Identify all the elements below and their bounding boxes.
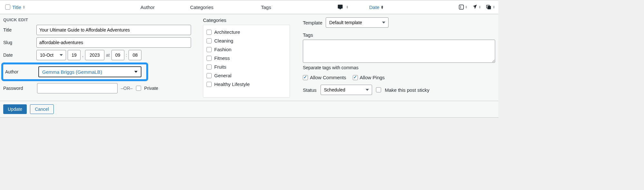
category-name: Fashion (214, 47, 231, 52)
sticky-checkbox[interactable] (376, 87, 381, 92)
password-input[interactable] (37, 83, 118, 93)
allow-comments[interactable]: Allow Comments (303, 75, 346, 80)
allow-comments-label: Allow Comments (310, 75, 346, 80)
category-item[interactable]: Fashion (207, 45, 286, 54)
links-icon[interactable]: ▲▼ (485, 4, 495, 10)
category-checkbox[interactable] (207, 56, 212, 61)
sort-icon: ▲▼ (23, 5, 25, 9)
category-checkbox[interactable] (207, 64, 212, 70)
status-label: Status (303, 87, 317, 93)
quick-edit-legend: QUICK EDIT (3, 17, 197, 22)
status-select[interactable]: Scheduled (321, 85, 372, 95)
day-input[interactable] (68, 50, 81, 60)
column-date[interactable]: Date (369, 5, 380, 10)
categories-label: Categories (203, 17, 296, 23)
password-label: Password (3, 86, 34, 91)
slug-input[interactable] (36, 37, 191, 48)
date-label: Date (3, 52, 34, 58)
category-checkbox[interactable] (207, 82, 212, 87)
year-input[interactable] (85, 50, 104, 60)
category-name: Cleaning (214, 38, 233, 43)
table-header: Title ▲▼ Author Categories Tags ▲▼ Date … (0, 0, 498, 14)
tags-label: Tags (303, 32, 495, 38)
slug-label: Slug (3, 40, 34, 45)
category-item[interactable]: Healthy Lifestyle (207, 80, 286, 89)
template-select[interactable]: Default template (326, 17, 389, 28)
category-checkbox[interactable] (207, 73, 212, 78)
category-name: Architecture (214, 29, 240, 35)
categories-box[interactable]: Architecture Cleaning Fashion Fitness Fr… (203, 25, 290, 98)
category-item[interactable]: Architecture (207, 28, 286, 36)
category-item[interactable]: Cleaning (207, 36, 286, 45)
svg-point-2 (460, 7, 461, 7)
author-highlight: Author Gemma Briggs (GemmaLB) (1, 62, 148, 81)
category-name: Healthy Lifestyle (214, 81, 250, 87)
svg-point-3 (460, 8, 461, 8)
readability-icon[interactable]: ▲▼ (472, 4, 481, 10)
svg-point-1 (460, 6, 461, 6)
update-button[interactable]: Update (3, 104, 27, 114)
sort-icon: ▲▼ (346, 5, 349, 9)
author-label: Author (5, 69, 36, 74)
category-item[interactable]: General (207, 71, 286, 80)
title-input[interactable] (36, 25, 191, 35)
private-label: Private (144, 86, 159, 91)
seo-icon[interactable]: ▲▼ (458, 4, 467, 10)
at-label: at (106, 52, 110, 58)
colon-sep: : (126, 52, 127, 58)
comma-sep: , (82, 52, 83, 58)
allow-pings[interactable]: Allow Pings (353, 75, 385, 80)
category-name: Fitness (214, 55, 230, 61)
quick-edit-panel: QUICK EDIT Title Slug Date 10-Oct (0, 14, 498, 101)
actions-row: Update Cancel (0, 101, 498, 118)
column-categories[interactable]: Categories (190, 5, 261, 10)
month-select[interactable]: 10-Oct (36, 50, 66, 60)
template-label: Template (303, 20, 322, 25)
category-checkbox[interactable] (207, 38, 212, 43)
cancel-button[interactable]: Cancel (30, 104, 54, 114)
allow-pings-label: Allow Pings (360, 75, 385, 80)
minute-input[interactable] (129, 50, 141, 60)
allow-comments-checkbox[interactable] (303, 75, 308, 80)
category-name: Fruits (214, 64, 226, 70)
column-author[interactable]: Author (140, 5, 190, 10)
category-checkbox[interactable] (207, 30, 212, 35)
select-all-checkbox[interactable] (5, 5, 10, 10)
category-checkbox[interactable] (207, 47, 212, 52)
sort-icon: ▲▼ (381, 5, 384, 9)
sticky-label: Make this post sticky (385, 87, 429, 93)
svg-rect-0 (459, 5, 464, 9)
private-checkbox[interactable] (136, 86, 141, 91)
category-item[interactable]: Fruits (207, 62, 286, 71)
allow-pings-checkbox[interactable] (353, 75, 358, 80)
category-name: General (214, 73, 231, 78)
title-label: Title (3, 27, 34, 33)
column-tags[interactable]: Tags (261, 5, 337, 10)
author-select[interactable]: Gemma Briggs (GemmaLB) (38, 66, 141, 77)
hour-input[interactable] (111, 50, 124, 60)
column-title[interactable]: Title (12, 5, 21, 10)
or-label: –OR– (121, 86, 133, 91)
comments-icon[interactable] (337, 4, 343, 10)
tags-input[interactable] (303, 40, 495, 63)
category-item[interactable]: Fitness (207, 54, 286, 62)
tags-help: Separate tags with commas (303, 65, 495, 70)
